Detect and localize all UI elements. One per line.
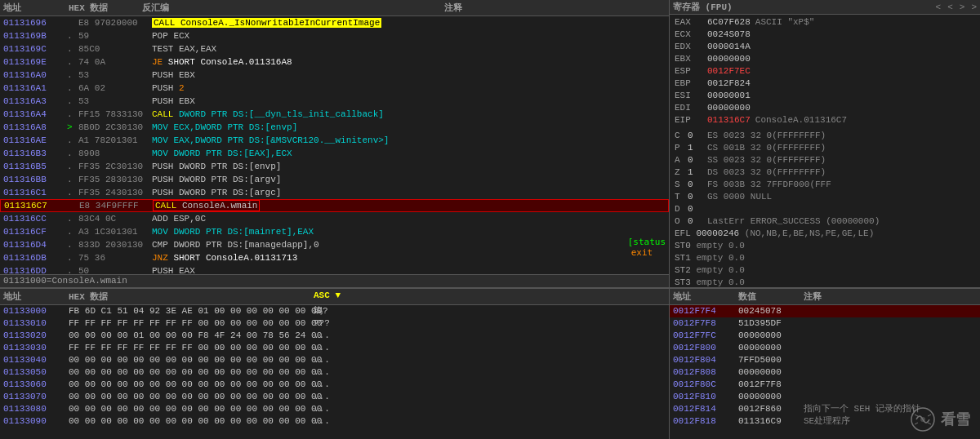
- register-value: 00000001: [707, 90, 751, 102]
- stack-row[interactable]: 0012F7F851D395DF: [670, 317, 980, 330]
- disasm-row[interactable]: 011316C7E8 34F9FFFFCALL ConsoleA.wmain: [0, 199, 669, 212]
- disasm-row[interactable]: 011316A8>8B0D 2C30130MOV ECX,DWORD PTR D…: [0, 121, 669, 134]
- disasm-col-addr-header: 地址: [0, 1, 65, 15]
- stack-cell-value: 00245078: [735, 305, 800, 317]
- stack-row[interactable]: 0012F8047FFD5000: [670, 354, 980, 366]
- disasm-row[interactable]: 0113169C.85C0TEST EAX,EAX: [0, 42, 669, 55]
- disasm-cell-asm: PUSH DWORD PTR DS:[envp]: [149, 160, 451, 173]
- disasm-row[interactable]: 011316B5.FF35 2C30130PUSH DWORD PTR DS:[…: [0, 160, 669, 173]
- disasm-row[interactable]: 0113169E.74 0AJE SHORT ConsoleA.011316A8: [0, 55, 669, 69]
- disasm-cell-hex: FF35 2830130: [75, 173, 149, 186]
- disasm-cell-addr: 0113169C: [0, 42, 65, 55]
- disasm-row[interactable]: 011316A1.6A 02PUSH 2: [0, 82, 669, 95]
- disasm-row[interactable]: 0113169B.59POP ECX: [0, 29, 669, 42]
- dump-header-asc[interactable]: ASC ▼: [310, 290, 351, 304]
- disasm-marker: .: [65, 108, 75, 121]
- stack-cell-comment: [800, 330, 980, 342]
- regs-nav-next2[interactable]: >: [971, 2, 977, 12]
- regs-nav-prev2[interactable]: <: [947, 2, 953, 12]
- stack-row[interactable]: 0012F7FC00000000: [670, 330, 980, 342]
- disasm-row[interactable]: 011316A3.53PUSH EBX: [0, 95, 669, 108]
- stack-cell-value: 51D395DF: [735, 317, 800, 330]
- disasm-cell-asm: CALL ConsoleA._IsNonwritableInCurrentIma…: [149, 16, 451, 29]
- disasm-cell-hex: 53: [75, 95, 149, 108]
- disasm-row[interactable]: 011316B3.8908MOV DWORD PTR DS:[EAX],ECX: [0, 147, 669, 160]
- stack-row[interactable]: 0012F80800000000: [670, 366, 980, 379]
- disasm-marker: .: [65, 173, 75, 186]
- dump-row[interactable]: 01133010FF FF FF FF FF FF FF FF 00 00 00…: [0, 317, 669, 330]
- dump-row[interactable]: 0113309000 00 00 00 00 00 00 00 00 00 00…: [0, 415, 669, 428]
- stack-cell-value: 0012F7F8: [735, 379, 800, 391]
- register-value: 0000014A: [707, 41, 751, 53]
- stack-cell-addr: 0012F7FC: [670, 330, 735, 342]
- stack-row[interactable]: 0012F80000000000: [670, 342, 980, 354]
- stack-cell-addr: 0012F818: [670, 415, 735, 428]
- dump-row[interactable]: 01133000FB 6D C1 51 04 92 3E AE 01 00 00…: [0, 305, 669, 317]
- disasm-cell-hex: 8B0D 2C30130: [75, 121, 149, 134]
- dump-cell-hex: 00 00 00 00 00 00 00 00 00 00 00 00 00 0…: [65, 391, 310, 403]
- svg-point-1: [920, 417, 925, 422]
- flag-seg: SS 0023 32 0(FFFFFFFF): [707, 154, 975, 166]
- disasm-row[interactable]: 011316DB.75 36JNZ SHORT ConsoleA.0113171…: [0, 251, 669, 264]
- disasm-row[interactable]: 011316A0.53PUSH EBX: [0, 69, 669, 82]
- disasm-row[interactable]: 01131696E8 97020000CALL ConsoleA._IsNonw…: [0, 16, 669, 29]
- disasm-cell-hex: 50: [75, 264, 149, 274]
- flag-label: D: [675, 203, 688, 215]
- flag-row: P1CS 001B 32 0(FFFFFFFF): [670, 142, 980, 154]
- disasm-row[interactable]: 011316C1.FF35 2430130PUSH DWORD PTR DS:[…: [0, 186, 669, 199]
- dump-header-addr: 地址: [0, 290, 65, 304]
- disasm-row[interactable]: 011316A4.FF15 7833130CALL DWORD PTR DS:[…: [0, 108, 669, 121]
- regs-nav-prev[interactable]: <: [936, 2, 942, 12]
- disasm-col-asm-header: 反汇编: [139, 1, 441, 15]
- disasm-cell-hex: E8 34F9FFFF: [76, 199, 149, 212]
- dump-row[interactable]: 0113304000 00 00 00 00 00 00 00 00 00 00…: [0, 354, 669, 366]
- registers-header: 寄存器 (FPU) < < > >: [670, 0, 980, 15]
- dump-rows[interactable]: 01133000FB 6D C1 51 04 92 3E AE 01 00 00…: [0, 305, 669, 439]
- disasm-row[interactable]: 011316DD.50PUSH EAX: [0, 264, 669, 274]
- dump-cell-asc: ...: [310, 330, 351, 342]
- dump-cell-addr: 01133050: [0, 366, 65, 379]
- stack-cell-comment: [800, 379, 980, 391]
- register-name: EBP: [675, 78, 707, 90]
- disasm-cell-asm: CMP DWORD PTR DS:[managedapp],0: [149, 238, 451, 251]
- dump-cell-addr: 01133090: [0, 415, 65, 428]
- register-name: EDI: [675, 102, 707, 114]
- dump-row[interactable]: 0113305000 00 00 00 00 00 00 00 00 00 00…: [0, 366, 669, 379]
- disasm-marker: .: [65, 251, 75, 264]
- dump-row[interactable]: 0113307000 00 00 00 00 00 00 00 00 00 00…: [0, 391, 669, 403]
- stack-row[interactable]: 0012F81000000000: [670, 391, 980, 403]
- disasm-cell-asm: PUSH EBX: [149, 69, 451, 82]
- disasm-marker: .: [65, 147, 75, 160]
- disasm-cell-asm: POP ECX: [149, 29, 451, 42]
- disasm-row[interactable]: 011316CC.83C4 0CADD ESP,0C: [0, 212, 669, 225]
- disasm-cell-hex: 85C0: [75, 42, 149, 55]
- disasm-row[interactable]: 011316AE.A1 78201301MOV EAX,DWORD PTR DS…: [0, 134, 669, 147]
- flag-label: C: [675, 130, 688, 142]
- dump-row[interactable]: 0113308000 00 00 00 00 00 00 00 00 00 00…: [0, 403, 669, 415]
- stack-row[interactable]: 0012F80C0012F7F8: [670, 379, 980, 391]
- disasm-cell-asm: CALL ConsoleA.wmain: [149, 199, 452, 212]
- disasm-cell-addr: 011316B5: [0, 160, 65, 173]
- disasm-cell-addr: 011316A1: [0, 82, 65, 95]
- register-name: EAX: [675, 16, 707, 29]
- disasm-row[interactable]: 011316D4.833D 2030130CMP DWORD PTR DS:[m…: [0, 238, 669, 251]
- disasm-marker: .: [65, 95, 75, 108]
- flag-bit: 1: [688, 166, 701, 179]
- stack-row[interactable]: 0012F7F400245078: [670, 305, 980, 317]
- dump-row[interactable]: 01133030FF FF FF FF FF FF FF FF 00 00 00…: [0, 342, 669, 354]
- flag-row: T0GS 0000 NULL: [670, 191, 980, 203]
- disasm-marker: .: [65, 69, 75, 82]
- watermark: 看雪: [910, 406, 970, 432]
- regs-nav-next[interactable]: >: [960, 2, 965, 12]
- flag-row: Z1DS 0023 32 0(FFFFFFFF): [670, 166, 980, 179]
- flag-row: O0LastErr ERROR_SUCCESS (00000000): [670, 215, 980, 228]
- disasm-cell-addr: 011316CC: [0, 212, 65, 225]
- dump-cell-asc: ...: [310, 379, 351, 391]
- register-value: 6C07F628: [707, 16, 751, 29]
- disasm-row[interactable]: 011316BB.FF35 2830130PUSH DWORD PTR DS:[…: [0, 173, 669, 186]
- disasm-row[interactable]: 011316CF.A3 1C301301MOV DWORD PTR DS:[ma…: [0, 225, 669, 238]
- dump-row[interactable]: 0113302000 00 00 00 01 00 00 00 F8 4F 24…: [0, 330, 669, 342]
- disasm-rows[interactable]: 01131696E8 97020000CALL ConsoleA._IsNonw…: [0, 16, 669, 274]
- dump-row[interactable]: 0113306000 00 00 00 00 00 00 00 00 00 00…: [0, 379, 669, 391]
- disasm-cell-hex: FF35 2C30130: [75, 160, 149, 173]
